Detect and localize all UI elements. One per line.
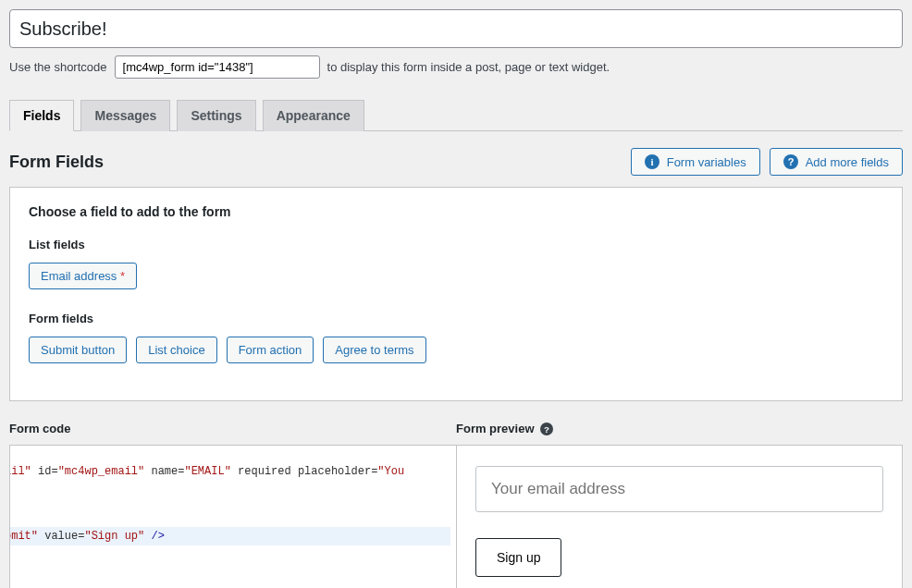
form-code-label: Form code [9,422,456,435]
code-value: Sign up [92,530,138,543]
tab-fields[interactable]: Fields [9,100,74,131]
list-choice-field-button[interactable]: List choice [136,337,216,363]
code-value: You [385,465,405,478]
shortcode-input[interactable] [115,55,320,79]
help-icon: ? [783,154,798,169]
shortcode-row: Use the shortcode to display this form i… [9,55,903,79]
code-attr: value [44,530,78,543]
section-title: Form Fields [9,153,104,172]
tab-appearance[interactable]: Appearance [263,100,364,131]
form-variables-label: Form variables [667,155,746,169]
form-preview-label: Form preview [456,422,535,435]
agree-to-terms-field-button[interactable]: Agree to terms [323,337,425,363]
svg-text:?: ? [544,423,549,434]
info-icon: i [645,154,659,169]
nav-tabs: Fields Messages Settings Appearance [9,99,903,131]
fields-panel: Choose a field to add to the form List f… [9,187,903,401]
required-star: * [120,269,125,283]
code-fragment: bmit [9,530,31,543]
panel-heading: Choose a field to add to the form [29,204,883,219]
form-action-field-button[interactable]: Form action [227,337,314,363]
form-title-input[interactable] [9,9,903,48]
email-address-label: Email address [41,269,117,283]
code-tag-close: /> [151,530,164,543]
form-code-editor[interactable]: ail" id="mc4wp_email" name="EMAIL" requi… [9,445,456,588]
code-attr: placeholder [298,465,371,478]
form-preview: Sign up [456,445,903,588]
shortcode-prefix: Use the shortcode [9,60,107,74]
add-more-fields-button[interactable]: ? Add more fields [770,148,903,176]
code-value: mc4wp_email [65,465,138,478]
email-address-field-button[interactable]: Email address * [29,263,137,289]
svg-text:?: ? [787,156,794,167]
help-icon[interactable]: ? [540,423,553,435]
submit-button-field-button[interactable]: Submit button [29,337,127,363]
code-attr: id [38,465,51,478]
form-fields-label: Form fields [29,312,883,325]
add-more-fields-label: Add more fields [806,155,889,169]
svg-text:i: i [650,156,653,167]
code-value: EMAIL [191,465,225,478]
code-keyword: required [238,465,291,478]
code-attr: name [151,465,178,478]
shortcode-suffix: to display this form inside a post, page… [327,60,610,74]
code-fragment: ail [9,465,25,478]
preview-submit-button[interactable]: Sign up [475,538,561,577]
preview-email-input[interactable] [475,466,883,512]
tab-settings[interactable]: Settings [177,100,255,131]
tab-messages[interactable]: Messages [80,100,170,131]
list-fields-label: List fields [29,238,883,251]
form-variables-button[interactable]: i Form variables [631,148,760,176]
